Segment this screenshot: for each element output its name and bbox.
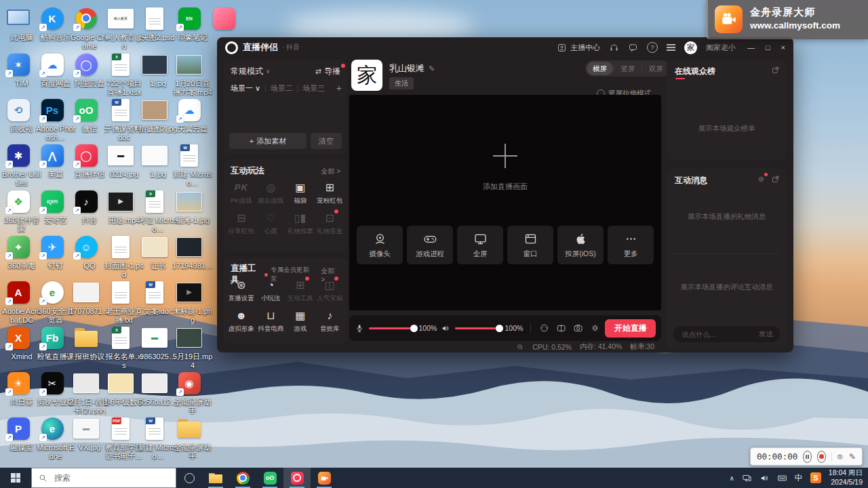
desktop-icon[interactable]: 17070871…	[69, 279, 103, 316]
desktop-icon[interactable]: 老王商业直播.txt	[104, 279, 138, 324]
source-button-gamepad[interactable]: 游戏进程	[407, 226, 453, 264]
mode-selector[interactable]: 常规模式	[231, 66, 263, 77]
desktop-icon[interactable]: ◯↗阿里云盘	[69, 52, 103, 88]
taskbar-search[interactable]	[31, 468, 176, 488]
tool-item[interactable]: ♪音效库	[315, 308, 345, 333]
scene-tab[interactable]: 场景一 ∨	[231, 83, 260, 94]
taskbar-file-explorer[interactable]	[202, 468, 229, 488]
desktop-icon[interactable]: ✈↗钉钉	[35, 234, 69, 270]
tool-item[interactable]: ▦游戏	[285, 308, 315, 333]
desktop-icon[interactable]: W文案.doc	[138, 279, 172, 316]
desktop-icon[interactable]: ✂↗剪映专业版	[35, 370, 69, 407]
desktop-icon[interactable]: 5月19日.mp4	[172, 325, 206, 369]
interact-item[interactable]: ▣福袋	[285, 180, 315, 205]
source-button-webcam[interactable]: 摄像头	[357, 226, 403, 264]
desktop-icon[interactable]: X报名名单.xls	[104, 325, 138, 369]
annotate-icon[interactable]: ✎	[849, 452, 856, 462]
director-button[interactable]: ⇄ 导播	[315, 66, 340, 77]
menu-icon[interactable]	[667, 44, 675, 51]
account-avatar[interactable]: 家	[684, 41, 697, 54]
desktop-icon[interactable]: ⟲回收站	[1, 97, 35, 134]
scene-tab[interactable]: 场景二	[271, 83, 293, 94]
desktop-icon[interactable]	[207, 5, 241, 33]
desktop-icon[interactable]: W新建 Microso…	[172, 142, 206, 187]
desktop-icon[interactable]: ◉↗全能录屏助手	[172, 370, 206, 415]
add-screen-plus-icon[interactable]	[493, 144, 517, 168]
mirror-flip-icon[interactable]	[556, 323, 566, 333]
screenshot-icon[interactable]	[837, 452, 843, 462]
desktop-icon[interactable]: ☁↗天翼云盘	[172, 97, 206, 134]
microphone-icon[interactable]	[355, 323, 364, 333]
titlebar[interactable]: 直播伴侣 · 抖音 主播中心 ? 家 阖家老小 — □ ×	[217, 37, 793, 58]
orientation-option[interactable]: 横屏	[587, 62, 613, 75]
desktop-icon[interactable]: 1.jpg	[138, 52, 172, 88]
desktop-icon[interactable]: ♪↗抖音	[69, 188, 103, 225]
interact-item[interactable]: ⊡礼物盲盒	[315, 211, 345, 236]
desktop-icon[interactable]: 此电脑	[1, 5, 35, 42]
anchor-center-button[interactable]: 主播中心	[557, 43, 600, 53]
source-button-apple[interactable]: 投屏(iOS)	[557, 226, 604, 264]
taskbar-clock[interactable]: 18:04 周日 2024/5/19	[829, 468, 863, 487]
message-input[interactable]	[680, 329, 755, 339]
desktop-icon[interactable]: ✶↗TIM	[1, 52, 35, 88]
interact-item[interactable]: ◎观众连线	[256, 180, 286, 205]
display-network-icon[interactable]	[742, 473, 752, 483]
desktop-icon[interactable]: K↗酷狗音乐	[35, 5, 69, 42]
scene-tab[interactable]: 场景三	[302, 83, 325, 94]
tool-item[interactable]: ⊔抖音电商	[256, 308, 286, 333]
message-settings-icon[interactable]	[757, 175, 766, 184]
desktop-icon[interactable]: W新建 Microso…	[138, 415, 172, 460]
desktop-icon[interactable]: ▬0214.jpg	[104, 142, 138, 179]
taskbar-jinzhou-recorder[interactable]	[311, 468, 338, 488]
speaker-volume-slider[interactable]	[455, 327, 500, 329]
interact-item[interactable]: ⊞宠粉红包	[315, 180, 345, 205]
desktop-icon[interactable]: ▬VX.jpg	[69, 415, 103, 452]
desktop-icon[interactable]: 1.jpg	[138, 142, 172, 179]
source-button-monitor[interactable]: 全屏	[457, 226, 503, 264]
desktop-icon[interactable]: Ps↗Adobe Photosh…	[35, 97, 69, 142]
desktop-icon[interactable]: ☁↗百度网盘	[35, 52, 69, 88]
desktop-icon[interactable]: 6d56ba12…	[138, 370, 172, 407]
desktop-icon[interactable]: e↗Microsoft Edge	[35, 415, 69, 460]
desktop-icon[interactable]: 全能录屏助手	[172, 415, 206, 460]
cortana-button[interactable]	[176, 468, 202, 488]
volume-icon[interactable]	[760, 473, 770, 483]
desktop-icon[interactable]: ☀↗向日葵	[1, 370, 35, 407]
desktop-icon[interactable]: ▬9863025…	[138, 325, 172, 361]
desktop-icon[interactable]: Fb↗粉笔直播课	[35, 325, 69, 361]
interact-item[interactable]: ♡心愿	[256, 211, 286, 236]
desktop-icon[interactable]: 头图2.psd	[138, 5, 172, 42]
taskbar-chrome[interactable]	[229, 468, 256, 488]
sogou-input-icon[interactable]: S	[810, 472, 821, 483]
clear-button[interactable]: 清空	[311, 133, 342, 149]
tool-item[interactable]: ◔小玩法	[256, 278, 286, 303]
popout-icon[interactable]	[771, 175, 780, 184]
desktop-icon[interactable]: ◯↗直播伴侣	[69, 142, 103, 179]
desktop-icon[interactable]: EN↗印象笔记	[172, 5, 206, 42]
interact-item[interactable]: PKPK连线	[226, 180, 256, 205]
minimize-button[interactable]: —	[747, 43, 755, 52]
edit-icon[interactable]: ✎	[429, 64, 435, 73]
start-button[interactable]	[0, 468, 31, 488]
tool-item[interactable]: ⊞互动工具	[285, 278, 315, 303]
close-button[interactable]: ×	[781, 43, 785, 52]
orientation-option[interactable]: 竖屏	[614, 62, 641, 75]
desktop-icon[interactable]: ☺↗QQ	[69, 234, 103, 270]
orientation-option[interactable]: 双屏	[643, 62, 669, 75]
desktop-icon[interactable]: oO↗微信	[69, 97, 103, 134]
source-button-more[interactable]: 更多	[608, 226, 654, 264]
desktop-icon[interactable]: 报班协议	[69, 325, 103, 361]
desktop-icon[interactable]: ↗Google Chrome	[69, 5, 103, 50]
desktop-icon[interactable]: A↗Adobe Acrobat DC	[1, 279, 35, 324]
desktop-icon[interactable]: 17194981…	[172, 234, 206, 270]
desktop-icon[interactable]: 1-6年级数学	[104, 370, 138, 407]
add-material-button[interactable]: + 添加素材	[229, 133, 307, 149]
desktop-icon[interactable]: 拍摄图2.jpg	[138, 97, 172, 134]
ime-indicator[interactable]: 中	[795, 472, 803, 484]
popout-icon[interactable]	[771, 66, 780, 75]
desktop-icon[interactable]: 树人教育树人教育.jpg	[104, 5, 138, 50]
pause-button[interactable]	[803, 451, 812, 463]
source-button-window[interactable]: 窗口	[507, 226, 553, 264]
desktop-icon[interactable]: ✦↗360杀毒	[1, 234, 35, 270]
beauty-icon[interactable]	[539, 323, 549, 333]
